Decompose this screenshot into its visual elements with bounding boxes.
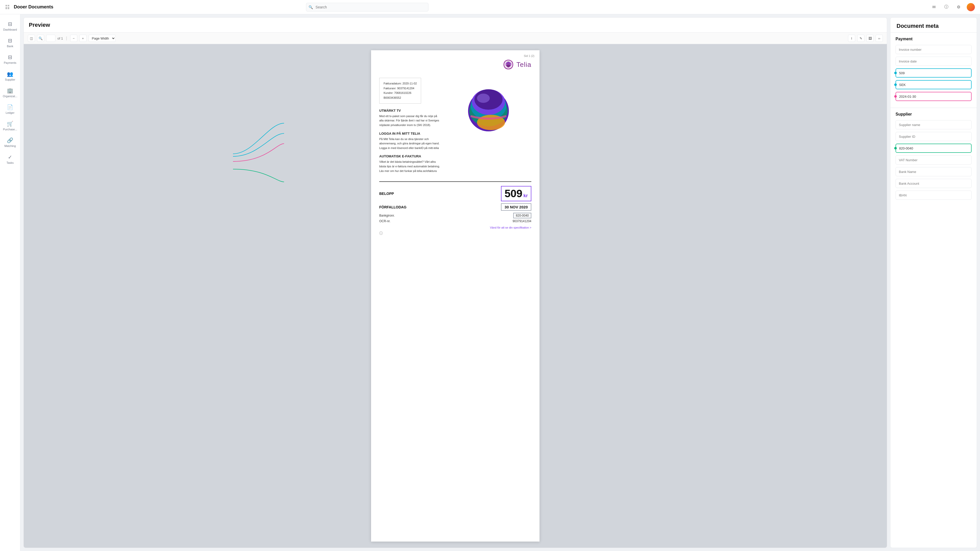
more-btn[interactable]: ›› bbox=[876, 35, 883, 42]
user-avatar[interactable] bbox=[967, 3, 975, 11]
sidebar-item-purchase[interactable]: 🛒 Purchase... bbox=[2, 118, 19, 134]
meta-field-currency bbox=[896, 80, 972, 89]
doc-amount-value: 509 kr bbox=[501, 186, 531, 201]
topbar-actions: ✉ ⓘ ⚙ bbox=[930, 3, 975, 11]
supplier-bank-input[interactable] bbox=[896, 144, 972, 153]
tasks-icon: ✓ bbox=[8, 154, 12, 160]
amount-input[interactable] bbox=[896, 68, 972, 78]
meta-field-amount bbox=[896, 68, 972, 78]
dashboard-icon: ⊟ bbox=[8, 21, 12, 27]
topbar: ☷ Dooer Documents 🔍 ✉ ⓘ ⚙ bbox=[0, 0, 980, 14]
organization-icon: 🏢 bbox=[7, 87, 13, 94]
search-container: 🔍 bbox=[306, 3, 428, 11]
doc-info-line2: Fakturanr: 90379141204 bbox=[383, 86, 417, 91]
sidebar-item-supplier[interactable]: 👥 Supplier bbox=[2, 68, 19, 84]
currency-dot bbox=[894, 83, 897, 86]
document-page: Sid 1 (2) bbox=[371, 50, 539, 541]
iban-input[interactable] bbox=[896, 191, 972, 200]
sidebar-item-payments-label: Payments bbox=[4, 61, 16, 65]
document-logo: Telia bbox=[379, 59, 531, 72]
doc-section-login-title: LOGGA IN PÅ MITT TELIA bbox=[379, 132, 441, 135]
zoom-select[interactable]: Page Width 50% 75% 100% 125% 150% bbox=[89, 35, 116, 42]
doc-info-line1: Fakturadatum: 2020-11-02 bbox=[383, 81, 417, 86]
app-body: ⊟ Dashboard ⊟ Bank ⊟ Payments 👥 Supplier… bbox=[0, 14, 980, 551]
supplier-bank-dot bbox=[894, 147, 897, 149]
doc-section-tv: UTMÄRKT TV Med ett tv-paket som passar d… bbox=[379, 109, 441, 127]
svg-point-8 bbox=[477, 94, 490, 103]
ledger-icon: 📄 bbox=[7, 104, 13, 110]
cursor-btn[interactable]: I bbox=[848, 35, 855, 42]
sidebar: ⊟ Dashboard ⊟ Bank ⊟ Payments 👥 Supplier… bbox=[0, 14, 21, 551]
meta-header: Document meta bbox=[891, 17, 977, 33]
supplier-icon: 👥 bbox=[7, 71, 13, 77]
grid-icon[interactable]: ☷ bbox=[5, 4, 10, 10]
doc-due-label: FÖRFALLODAG bbox=[379, 205, 407, 209]
doc-amount-number: 509 bbox=[504, 187, 522, 200]
currency-input[interactable] bbox=[896, 80, 972, 89]
invoice-date-input[interactable] bbox=[896, 57, 972, 66]
payments-icon: ⊟ bbox=[8, 54, 12, 60]
app-title: Dooer Documents bbox=[14, 4, 53, 10]
bank-icon: ⊟ bbox=[8, 38, 12, 44]
meta-supplier-title: Supplier bbox=[896, 112, 972, 117]
search-input[interactable] bbox=[306, 3, 428, 11]
doc-section-efaktura-text: Vilket är det bästa betalningssättet? Vå… bbox=[379, 160, 441, 173]
split-view-btn[interactable]: ◫ bbox=[28, 35, 35, 42]
sidebar-item-bank[interactable]: ⊟ Bank bbox=[2, 35, 19, 51]
sidebar-item-ledger[interactable]: 📄 Ledger bbox=[2, 102, 19, 117]
zoom-in-btn[interactable]: + bbox=[80, 35, 86, 42]
doc-ocr-label: OCR-nr. bbox=[379, 219, 390, 223]
doc-info-icon-bottom: ⓘ bbox=[379, 231, 531, 236]
preview-viewer[interactable]: Sid 1 (2) bbox=[24, 44, 887, 548]
doc-turn-note[interactable]: Vänd för att se din specifikation > bbox=[379, 226, 531, 229]
invoice-number-input[interactable] bbox=[896, 45, 972, 54]
sidebar-item-payments[interactable]: ⊟ Payments bbox=[2, 52, 19, 67]
meta-field-supplier-bank bbox=[896, 144, 972, 153]
doc-section-tv-title: UTMÄRKT TV bbox=[379, 109, 441, 113]
search-icon: 🔍 bbox=[309, 5, 313, 9]
supplier-id-input[interactable] bbox=[896, 132, 972, 141]
zoom-out-btn[interactable]: − bbox=[70, 35, 77, 42]
settings-icon[interactable]: ⚙ bbox=[955, 3, 963, 11]
doc-info-line4: B0003436552 bbox=[383, 95, 417, 100]
telia-ball-graphic bbox=[463, 83, 514, 134]
bank-account-input[interactable] bbox=[896, 179, 972, 188]
due-date-input[interactable] bbox=[896, 92, 972, 101]
page-number-label: Sid 1 (2) bbox=[524, 54, 535, 57]
purchase-icon: 🛒 bbox=[7, 121, 13, 127]
meta-field-invoice-number bbox=[896, 45, 972, 54]
vat-number-input[interactable] bbox=[896, 156, 972, 165]
amount-dot bbox=[894, 72, 897, 74]
bank-name-input[interactable] bbox=[896, 167, 972, 176]
meta-supplier-section: Supplier bbox=[891, 108, 977, 206]
sidebar-item-dashboard[interactable]: ⊟ Dashboard bbox=[2, 18, 19, 34]
matching-icon: 🔗 bbox=[7, 137, 13, 143]
doc-info-line3: Kundnr: 70681610226 bbox=[383, 91, 417, 95]
search-doc-btn[interactable]: 🔍 bbox=[37, 35, 44, 42]
sidebar-item-tasks[interactable]: ✓ Tasks bbox=[2, 151, 19, 167]
page-number-input[interactable]: 1 bbox=[46, 35, 56, 42]
doc-ocr-row: OCR-nr. 90379141204 bbox=[379, 219, 531, 223]
main-content: Preview ◫ 🔍 1 of 1 | − + Page Width 50% … bbox=[21, 14, 980, 551]
sidebar-item-organization-label: Organizat... bbox=[3, 95, 18, 98]
telia-logo-icon bbox=[502, 59, 514, 71]
sidebar-item-bank-label: Bank bbox=[7, 44, 13, 48]
sidebar-item-matching-label: Matching bbox=[4, 144, 16, 148]
doc-section-login: LOGGA IN PÅ MITT TELIA På Mitt Telia kan… bbox=[379, 132, 441, 151]
sidebar-item-organization[interactable]: 🏢 Organizat... bbox=[2, 85, 19, 100]
page-total: of 1 bbox=[57, 37, 63, 40]
due-date-dot bbox=[894, 95, 897, 98]
sidebar-item-matching[interactable]: 🔗 Matching bbox=[2, 135, 19, 150]
doc-due-value: 30 NOV 2020 bbox=[501, 203, 531, 211]
image-btn[interactable]: 🖼 bbox=[866, 35, 873, 42]
meta-field-invoice-date bbox=[896, 57, 972, 66]
sidebar-item-tasks-label: Tasks bbox=[6, 161, 14, 165]
doc-amount-currency: kr bbox=[523, 193, 528, 198]
meta-payment-title: Payment bbox=[896, 37, 972, 41]
supplier-name-input[interactable] bbox=[896, 120, 972, 129]
help-icon[interactable]: ⓘ bbox=[942, 3, 950, 11]
meta-field-supplier-name bbox=[896, 120, 972, 129]
doc-section-efaktura-title: AUTOMATISK E-FAKTURA bbox=[379, 154, 441, 158]
notification-icon[interactable]: ✉ bbox=[930, 3, 938, 11]
edit-btn[interactable]: ✎ bbox=[857, 35, 864, 42]
